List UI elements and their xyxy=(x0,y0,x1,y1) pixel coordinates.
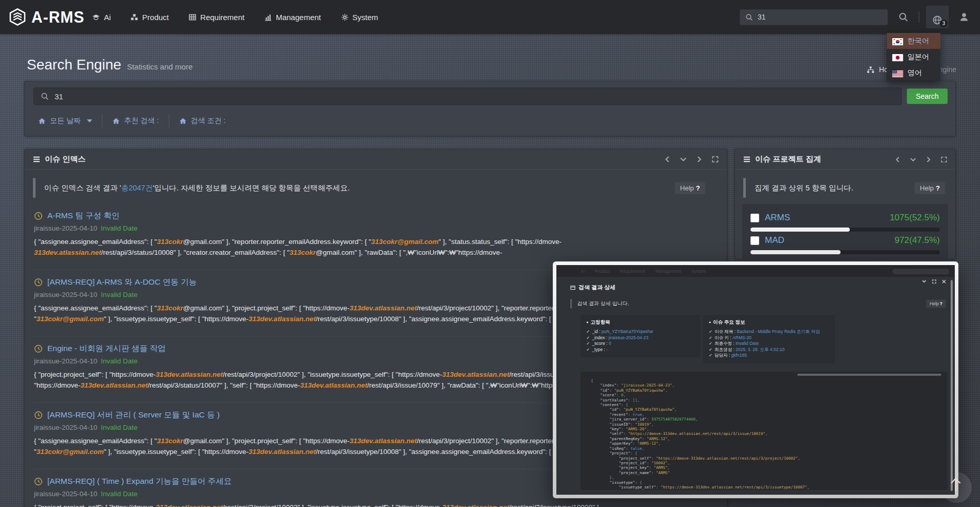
detail-field-row: ✓최종수정 : Invalid Date xyxy=(709,341,829,347)
clock-icon xyxy=(34,278,43,287)
project-count: 1075(52.5%) xyxy=(890,213,940,223)
user-button[interactable] xyxy=(955,7,973,27)
main-search-input[interactable] xyxy=(55,92,895,101)
bullet-icon: ● xyxy=(709,320,711,324)
detail-field-row: ✓_index : jiraissue-2025-04-23 xyxy=(586,335,694,341)
result-meta: jiraissue-2025-04-10Invalid Date xyxy=(34,223,717,233)
panel-next-icon[interactable] xyxy=(696,156,702,163)
menu-item-ai[interactable]: Ai xyxy=(92,13,111,22)
check-icon: ✓ xyxy=(586,329,590,334)
result-date: Invalid Date xyxy=(101,424,137,431)
ghost-menu-item: Management xyxy=(656,269,681,274)
result-count-link[interactable]: 총2047건 xyxy=(121,184,152,192)
result-json-preview: { "assignee.assignee_emailAddress": [ "3… xyxy=(34,236,717,247)
menu-item-management[interactable]: Management xyxy=(264,13,321,22)
project-agg-header: 이슈 프로젝트 집계 xyxy=(735,149,955,170)
filter-label: 검색 조건 : xyxy=(191,116,226,126)
page-title: Search Engine xyxy=(27,57,121,73)
result-title-link[interactable]: [ARMS-REQ] A-RMS 와 A-DOC 연동 기능 xyxy=(47,277,197,288)
result-item[interactable]: A-RMS 팀 구성 확인jiraissue-2025-04-10Invalid… xyxy=(33,204,719,270)
detail-field-value: ARMS-20 xyxy=(732,335,751,340)
window-close-icon[interactable] xyxy=(942,279,946,284)
panel-collapse-icon[interactable] xyxy=(680,156,687,162)
check-icon: ✓ xyxy=(709,347,712,352)
project-name[interactable]: MAD xyxy=(765,235,784,246)
result-index-name: jiraissue-2025-04-10 xyxy=(34,224,97,232)
help-button[interactable]: Help? xyxy=(675,182,705,194)
window-maximize-icon[interactable] xyxy=(932,279,936,284)
table-icon xyxy=(188,13,197,21)
result-title-link[interactable]: A-RMS 팀 구성 확인 xyxy=(47,211,119,221)
clock-icon xyxy=(34,344,43,353)
language-option-jp[interactable]: 일본어 xyxy=(887,49,940,65)
search-icon xyxy=(745,13,753,21)
result-title-link[interactable]: [ARMS-REQ] 서버 관리 ( Server 모듈 및 IaC 등 ) xyxy=(47,410,220,421)
panel-collapse-icon[interactable] xyxy=(910,157,916,162)
window-collapse-icon[interactable] xyxy=(922,279,926,284)
filter-label: 추천 검색 : xyxy=(124,116,159,126)
horizontal-scrollbar[interactable] xyxy=(797,374,941,376)
clock-icon xyxy=(34,477,43,486)
app-logo[interactable]: A-RMS xyxy=(8,0,84,34)
menu-item-system[interactable]: System xyxy=(341,13,378,22)
graduation-cap-icon xyxy=(92,13,100,21)
project-checkbox[interactable] xyxy=(750,236,759,245)
modal-title: 검색 결과 상세 xyxy=(579,284,616,291)
main-menu: AiProductRequirementManagementSystem xyxy=(92,0,378,34)
filter-1[interactable]: 추천 검색 : xyxy=(102,116,169,126)
detail-field-value: Invalid Date xyxy=(736,341,759,346)
ghost-menu-item: Requirement xyxy=(620,269,645,274)
detail-field-row: ✓_type : - xyxy=(586,347,694,353)
project-agg-title: 이슈 프로젝트 집계 xyxy=(755,154,821,164)
search-button[interactable] xyxy=(895,7,912,27)
language-option-us[interactable]: 영어 xyxy=(887,65,940,81)
navbar-divider xyxy=(919,11,919,23)
project-name[interactable]: ARMS xyxy=(765,213,790,223)
brand-hexagon-icon xyxy=(8,8,27,26)
brand-text: A-RMS xyxy=(31,8,84,26)
language-button[interactable]: 3 xyxy=(926,6,949,28)
detail-field-value: jiraissue-2025-04-23 xyxy=(608,335,649,340)
result-title-link[interactable]: [ARMS-REQ] ( Time ) Expand 기능을 만들어 주세요 xyxy=(47,476,232,487)
modal-title-row: 검색 결과 상세 xyxy=(570,284,954,291)
check-icon: ✓ xyxy=(586,335,590,340)
main-search-box[interactable] xyxy=(33,88,902,105)
result-title-link[interactable]: Engine - 비회원 게시판 샘플 작업 xyxy=(47,343,166,354)
panel-expand-icon[interactable] xyxy=(712,156,719,163)
home-icon xyxy=(112,117,120,125)
project-agg-row: MAD972(47.5%) xyxy=(750,235,940,254)
result-json-preview: { "project.project_self": [ "https://dmo… xyxy=(34,502,717,507)
search-panel: Search 모든 날짜추천 검색 :검색 조건 : xyxy=(24,81,956,136)
result-date: Invalid Date xyxy=(101,490,137,498)
search-submit-button[interactable]: Search xyxy=(907,89,948,104)
clock-icon xyxy=(34,212,43,220)
result-index-name: jiraissue-2025-04-10 xyxy=(34,490,97,498)
scroll-top-arrow-icon[interactable] xyxy=(948,475,964,493)
language-option-kr[interactable]: 한국어 xyxy=(887,33,940,49)
filter-2[interactable]: 검색 조건 : xyxy=(169,116,236,126)
ghost-search-pill xyxy=(892,269,949,274)
panel-prev-icon[interactable] xyxy=(895,156,900,163)
project-checkbox[interactable] xyxy=(750,214,759,222)
help-button[interactable]: Help? xyxy=(915,182,945,194)
ghost-menu-item: Ai xyxy=(581,269,585,274)
modal-scrollbar[interactable] xyxy=(951,280,953,491)
info-accent-bar xyxy=(570,299,572,308)
panel-next-icon[interactable] xyxy=(926,156,931,163)
navbar-search[interactable] xyxy=(740,9,888,25)
language-dropdown: 한국어일본어영어 xyxy=(887,33,940,81)
page-header: Search Engine Statistics and more xyxy=(27,57,192,73)
help-button[interactable]: Help? xyxy=(926,300,946,308)
panel-prev-icon[interactable] xyxy=(664,156,670,163)
menu-item-requirement[interactable]: Requirement xyxy=(188,13,244,22)
menu-item-label: Requirement xyxy=(200,13,244,22)
panel-expand-icon[interactable] xyxy=(941,156,947,163)
language-option-label: 일본어 xyxy=(907,53,929,62)
search-filters: 모든 날짜추천 검색 :검색 조건 : xyxy=(33,113,235,129)
check-icon: ✓ xyxy=(586,347,590,352)
issue-index-header: 이슈 인덱스 xyxy=(25,149,727,170)
menu-item-product[interactable]: Product xyxy=(130,13,169,22)
navbar-search-input[interactable] xyxy=(758,13,882,21)
detail-field-row: ✓_id : puN_YZYBaKa70Yiqwshw xyxy=(586,329,694,335)
filter-0[interactable]: 모든 날짜 xyxy=(33,116,102,126)
